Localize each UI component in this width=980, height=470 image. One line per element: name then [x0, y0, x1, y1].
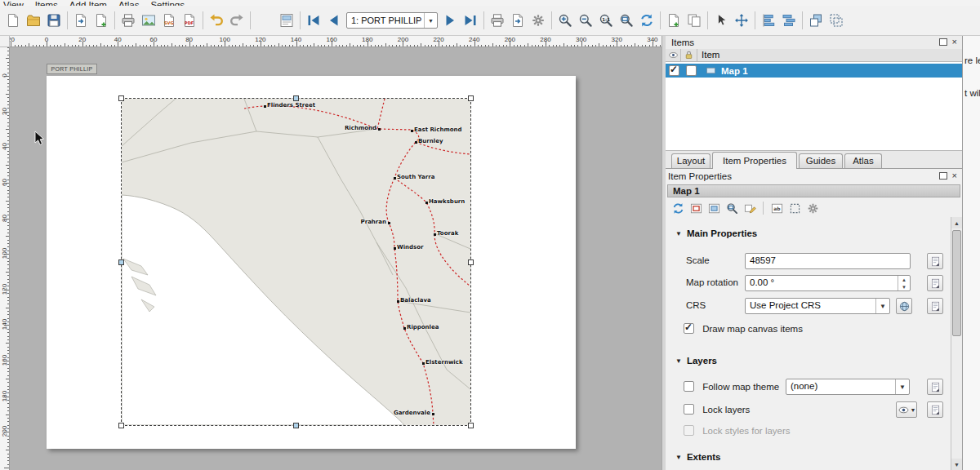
- menu-add-item[interactable]: Add Item: [69, 0, 107, 6]
- resize-handle[interactable]: [118, 423, 124, 428]
- add-pages-button[interactable]: [664, 11, 684, 30]
- resize-handle[interactable]: [468, 423, 474, 428]
- items-row-map1[interactable]: Map 1: [666, 64, 962, 78]
- crs-select-button[interactable]: [896, 298, 912, 314]
- crs-combo[interactable]: Use Project CRS ▼: [745, 298, 890, 314]
- redo-button[interactable]: [227, 11, 247, 30]
- ruler-tick: [7, 407, 10, 408]
- tab-guides[interactable]: Guides: [799, 153, 843, 168]
- menu-atlas[interactable]: Atlas: [118, 0, 140, 6]
- select-move-item-button[interactable]: [711, 11, 731, 30]
- resize-handle[interactable]: [293, 95, 299, 101]
- ruler-tick: [635, 43, 635, 47]
- resize-handle[interactable]: [293, 423, 299, 428]
- close-panel-icon[interactable]: ×: [952, 38, 957, 46]
- item-lock-checkbox[interactable]: [686, 65, 697, 76]
- section-main-properties[interactable]: ▼Main Properties: [675, 228, 757, 238]
- spin-up-button[interactable]: ▲: [898, 276, 910, 283]
- atlas-first-feature-button[interactable]: [304, 11, 323, 30]
- menu-items[interactable]: Items: [35, 0, 58, 6]
- export-as-image-button[interactable]: [139, 11, 158, 30]
- add-items-from-template-button[interactable]: [91, 11, 111, 30]
- item-visibility-checkbox[interactable]: [669, 65, 679, 76]
- spin-down-button[interactable]: ▼: [898, 283, 910, 290]
- print-atlas-button[interactable]: [488, 11, 507, 30]
- section-layers[interactable]: ▼Layers: [675, 356, 717, 366]
- export-atlas-button[interactable]: [508, 11, 528, 30]
- atlas-previous-feature-button[interactable]: [324, 11, 344, 30]
- group-items-button[interactable]: [826, 11, 846, 30]
- resize-handle[interactable]: [118, 259, 124, 265]
- ruler-tick: [7, 190, 10, 191]
- undock-panel-icon[interactable]: [939, 172, 947, 180]
- scroll-up-button[interactable]: ▲: [951, 217, 962, 228]
- preview-atlas-button[interactable]: [277, 11, 296, 30]
- zoom-in-button[interactable]: [555, 11, 575, 30]
- follow-map-theme-checkbox[interactable]: [684, 381, 694, 392]
- map-label: Burnley: [418, 138, 443, 144]
- map-rotation-input[interactable]: 0.00 ° ▲ ▼: [745, 275, 911, 291]
- export-as-pdf-button[interactable]: PDF: [180, 11, 199, 30]
- tab-atlas[interactable]: Atlas: [844, 153, 882, 168]
- lock-layers-visibility-button[interactable]: ▼: [896, 401, 917, 418]
- copy-items-button[interactable]: [684, 11, 704, 30]
- section-extents[interactable]: ▼Extents: [675, 452, 720, 462]
- tab-layout[interactable]: Layout: [671, 153, 710, 168]
- zoom-out-button[interactable]: [576, 11, 595, 30]
- atlas-next-feature-button[interactable]: [440, 11, 460, 30]
- new-layout-button[interactable]: [3, 11, 23, 30]
- map-theme-combo[interactable]: (none) ▼: [786, 379, 910, 395]
- map-item[interactable]: Flinders StreetRichmondEast RichmondBurn…: [121, 98, 471, 426]
- edit-extent-interactively-button[interactable]: [742, 200, 758, 216]
- tab-item-properties[interactable]: Item Properties: [712, 152, 797, 169]
- resize-handle[interactable]: [468, 259, 474, 265]
- resize-handle[interactable]: [118, 95, 124, 101]
- update-map-preview-button[interactable]: [670, 200, 686, 216]
- save-as-template-button[interactable]: [71, 11, 91, 30]
- atlas-feature-combo[interactable]: 1: PORT PHILLIP▼: [346, 12, 438, 29]
- atlas-last-feature-button[interactable]: [461, 11, 480, 30]
- lock-layers-checkbox[interactable]: [684, 404, 694, 415]
- menu-view[interactable]: View: [3, 0, 24, 6]
- close-panel-icon[interactable]: ×: [952, 171, 957, 180]
- move-content-button[interactable]: [732, 11, 751, 30]
- atlas-settings-button[interactable]: [528, 11, 548, 30]
- draw-canvas-items-checkbox[interactable]: [684, 323, 694, 334]
- export-as-svg-button[interactable]: SVG: [159, 11, 179, 30]
- scale-override-button[interactable]: [927, 253, 943, 269]
- ruler-tick: [146, 45, 147, 47]
- save-project-button[interactable]: [44, 11, 64, 30]
- print-layout-button[interactable]: [118, 11, 138, 30]
- properties-scrollbar[interactable]: ▲ ▼: [951, 217, 962, 470]
- clipping-settings-button[interactable]: [786, 200, 803, 216]
- undo-button[interactable]: [207, 11, 226, 30]
- resize-handle[interactable]: [468, 95, 474, 101]
- theme-override-button[interactable]: [927, 379, 943, 395]
- scroll-down-button[interactable]: ▼: [951, 459, 962, 470]
- zoom-full-button[interactable]: [617, 11, 636, 30]
- ruler-tick: [442, 45, 443, 47]
- ruler-tick: [7, 421, 10, 422]
- undock-panel-icon[interactable]: [939, 38, 947, 46]
- align-items-button[interactable]: [759, 11, 778, 30]
- collapse-triangle-icon: ▼: [675, 454, 682, 461]
- map-settings-button[interactable]: [804, 200, 821, 216]
- ruler-tick: [510, 42, 510, 47]
- zoom-actual-button[interactable]: 1:1: [596, 11, 616, 30]
- set-scale-to-canvas-button[interactable]: [724, 200, 740, 216]
- raise-items-button[interactable]: [806, 11, 826, 30]
- open-project-button[interactable]: [24, 11, 43, 30]
- ruler-tick: [136, 43, 136, 47]
- lock-layers-override-button[interactable]: [927, 401, 943, 418]
- set-map-extent-to-canvas-button[interactable]: [688, 200, 704, 216]
- refresh-view-button[interactable]: [637, 11, 657, 30]
- labeling-settings-button[interactable]: ab: [768, 200, 785, 216]
- crs-override-button[interactable]: [927, 298, 943, 314]
- scale-input[interactable]: 48597: [745, 253, 911, 269]
- menu-settings[interactable]: Settings: [150, 0, 185, 6]
- distribute-items-button[interactable]: [779, 11, 799, 30]
- rotation-override-button[interactable]: [927, 275, 943, 291]
- map-label: Prahran: [361, 219, 386, 225]
- scrollbar-thumb[interactable]: [952, 230, 961, 336]
- view-extent-in-canvas-button[interactable]: [706, 200, 722, 216]
